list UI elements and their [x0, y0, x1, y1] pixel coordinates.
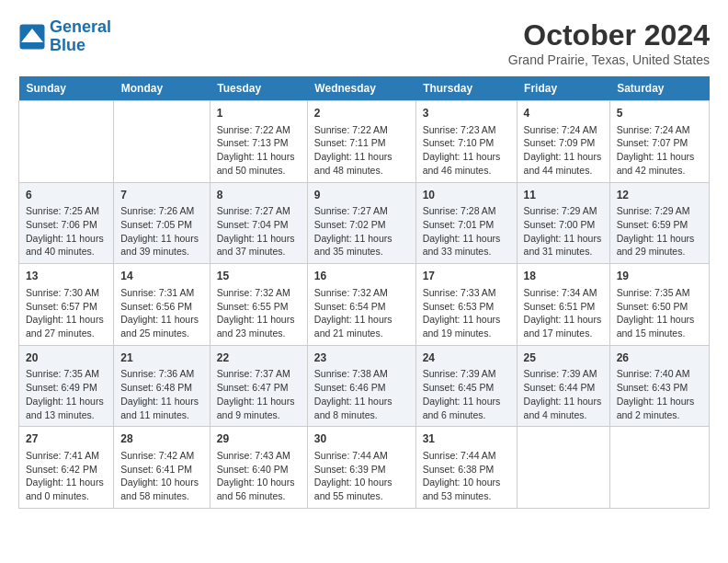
day-info: Sunrise: 7:41 AM Sunset: 6:42 PM Dayligh…: [26, 449, 107, 503]
calendar-table: Sunday Monday Tuesday Wednesday Thursday…: [18, 76, 710, 509]
day-info: Sunrise: 7:34 AM Sunset: 6:51 PM Dayligh…: [524, 286, 603, 340]
day-info: Sunrise: 7:35 AM Sunset: 6:50 PM Dayligh…: [617, 286, 702, 340]
day-number: 19: [617, 269, 702, 284]
day-cell: 4Sunrise: 7:24 AM Sunset: 7:09 PM Daylig…: [517, 101, 609, 183]
day-cell: 6Sunrise: 7:25 AM Sunset: 7:06 PM Daylig…: [19, 182, 114, 264]
day-number: 16: [314, 269, 409, 284]
day-info: Sunrise: 7:36 AM Sunset: 6:48 PM Dayligh…: [120, 367, 203, 421]
day-cell: 30Sunrise: 7:44 AM Sunset: 6:39 PM Dayli…: [307, 427, 415, 509]
day-info: Sunrise: 7:26 AM Sunset: 7:05 PM Dayligh…: [120, 204, 203, 259]
col-friday: Friday: [517, 76, 609, 101]
day-cell: 7Sunrise: 7:26 AM Sunset: 7:05 PM Daylig…: [114, 182, 210, 264]
day-cell: 29Sunrise: 7:43 AM Sunset: 6:40 PM Dayli…: [210, 427, 307, 509]
day-cell: 14Sunrise: 7:31 AM Sunset: 6:56 PM Dayli…: [114, 264, 210, 346]
col-thursday: Thursday: [415, 76, 517, 101]
subtitle: Grand Prairie, Texas, United States: [508, 52, 710, 67]
day-number: 11: [524, 188, 603, 203]
day-number: 8: [217, 188, 301, 203]
day-info: Sunrise: 7:27 AM Sunset: 7:04 PM Dayligh…: [217, 204, 301, 259]
day-number: 12: [617, 188, 702, 203]
day-number: 7: [120, 188, 203, 203]
day-number: 30: [314, 431, 409, 447]
day-info: Sunrise: 7:25 AM Sunset: 7:06 PM Dayligh…: [26, 204, 107, 259]
day-info: Sunrise: 7:37 AM Sunset: 6:47 PM Dayligh…: [217, 367, 301, 421]
col-wednesday: Wednesday: [307, 76, 415, 101]
day-info: Sunrise: 7:22 AM Sunset: 7:13 PM Dayligh…: [217, 123, 301, 178]
day-cell: 17Sunrise: 7:33 AM Sunset: 6:53 PM Dayli…: [415, 264, 517, 346]
day-cell: 1Sunrise: 7:22 AM Sunset: 7:13 PM Daylig…: [210, 101, 307, 183]
day-info: Sunrise: 7:24 AM Sunset: 7:07 PM Dayligh…: [617, 123, 702, 178]
day-cell: 21Sunrise: 7:36 AM Sunset: 6:48 PM Dayli…: [114, 345, 210, 427]
week-row-1: 1Sunrise: 7:22 AM Sunset: 7:13 PM Daylig…: [19, 101, 710, 183]
day-number: 20: [26, 350, 107, 366]
day-cell: 16Sunrise: 7:32 AM Sunset: 6:54 PM Dayli…: [307, 264, 415, 346]
col-saturday: Saturday: [609, 76, 709, 101]
day-number: 21: [120, 350, 203, 366]
day-number: 29: [217, 431, 301, 447]
day-number: 25: [524, 350, 603, 366]
day-number: 22: [217, 350, 301, 366]
day-info: Sunrise: 7:39 AM Sunset: 6:45 PM Dayligh…: [423, 367, 510, 421]
day-cell: 31Sunrise: 7:44 AM Sunset: 6:38 PM Dayli…: [415, 427, 517, 509]
logo-icon: [18, 23, 46, 51]
day-info: Sunrise: 7:35 AM Sunset: 6:49 PM Dayligh…: [26, 367, 107, 421]
week-row-2: 6Sunrise: 7:25 AM Sunset: 7:06 PM Daylig…: [19, 182, 710, 264]
day-info: Sunrise: 7:22 AM Sunset: 7:11 PM Dayligh…: [314, 123, 409, 178]
header-row: Sunday Monday Tuesday Wednesday Thursday…: [19, 76, 710, 101]
day-cell: 11Sunrise: 7:29 AM Sunset: 7:00 PM Dayli…: [517, 182, 609, 264]
day-cell: 5Sunrise: 7:24 AM Sunset: 7:07 PM Daylig…: [609, 101, 709, 183]
day-info: Sunrise: 7:29 AM Sunset: 6:59 PM Dayligh…: [617, 204, 702, 259]
day-number: 17: [423, 269, 510, 284]
day-number: 9: [314, 188, 409, 203]
day-cell: 27Sunrise: 7:41 AM Sunset: 6:42 PM Dayli…: [19, 427, 114, 509]
main-title: October 2024: [508, 18, 710, 52]
day-cell: [19, 101, 114, 183]
calendar-header: Sunday Monday Tuesday Wednesday Thursday…: [19, 76, 710, 101]
week-row-3: 13Sunrise: 7:30 AM Sunset: 6:57 PM Dayli…: [19, 264, 710, 346]
day-number: 2: [314, 106, 409, 121]
day-info: Sunrise: 7:32 AM Sunset: 6:54 PM Dayligh…: [314, 286, 409, 340]
title-block: October 2024 Grand Prairie, Texas, Unite…: [508, 18, 710, 67]
day-cell: 12Sunrise: 7:29 AM Sunset: 6:59 PM Dayli…: [609, 182, 709, 264]
day-number: 23: [314, 350, 409, 366]
day-cell: [517, 427, 609, 509]
day-info: Sunrise: 7:42 AM Sunset: 6:41 PM Dayligh…: [120, 449, 203, 503]
day-cell: 8Sunrise: 7:27 AM Sunset: 7:04 PM Daylig…: [210, 182, 307, 264]
day-cell: [609, 427, 709, 509]
day-number: 18: [524, 269, 603, 284]
day-number: 13: [26, 269, 107, 284]
day-info: Sunrise: 7:43 AM Sunset: 6:40 PM Dayligh…: [217, 449, 301, 503]
day-cell: [114, 101, 210, 183]
day-info: Sunrise: 7:38 AM Sunset: 6:46 PM Dayligh…: [314, 367, 409, 421]
day-cell: 24Sunrise: 7:39 AM Sunset: 6:45 PM Dayli…: [415, 345, 517, 427]
day-number: 28: [120, 431, 203, 447]
day-info: Sunrise: 7:40 AM Sunset: 6:43 PM Dayligh…: [617, 367, 702, 421]
day-number: 1: [217, 106, 301, 121]
page-header: General Blue October 2024 Grand Prairie,…: [18, 18, 710, 67]
day-cell: 19Sunrise: 7:35 AM Sunset: 6:50 PM Dayli…: [609, 264, 709, 346]
day-cell: 20Sunrise: 7:35 AM Sunset: 6:49 PM Dayli…: [19, 345, 114, 427]
day-number: 4: [524, 106, 603, 121]
day-info: Sunrise: 7:24 AM Sunset: 7:09 PM Dayligh…: [524, 123, 603, 178]
day-cell: 9Sunrise: 7:27 AM Sunset: 7:02 PM Daylig…: [307, 182, 415, 264]
col-monday: Monday: [114, 76, 210, 101]
col-tuesday: Tuesday: [210, 76, 307, 101]
day-number: 5: [617, 106, 702, 121]
day-cell: 13Sunrise: 7:30 AM Sunset: 6:57 PM Dayli…: [19, 264, 114, 346]
day-info: Sunrise: 7:27 AM Sunset: 7:02 PM Dayligh…: [314, 204, 409, 259]
day-info: Sunrise: 7:39 AM Sunset: 6:44 PM Dayligh…: [524, 367, 603, 421]
day-info: Sunrise: 7:44 AM Sunset: 6:38 PM Dayligh…: [423, 449, 510, 503]
calendar-body: 1Sunrise: 7:22 AM Sunset: 7:13 PM Daylig…: [19, 101, 710, 509]
day-cell: 2Sunrise: 7:22 AM Sunset: 7:11 PM Daylig…: [307, 101, 415, 183]
day-cell: 26Sunrise: 7:40 AM Sunset: 6:43 PM Dayli…: [609, 345, 709, 427]
week-row-4: 20Sunrise: 7:35 AM Sunset: 6:49 PM Dayli…: [19, 345, 710, 427]
day-info: Sunrise: 7:44 AM Sunset: 6:39 PM Dayligh…: [314, 449, 409, 503]
day-cell: 22Sunrise: 7:37 AM Sunset: 6:47 PM Dayli…: [210, 345, 307, 427]
logo-text: General Blue: [50, 18, 111, 55]
week-row-5: 27Sunrise: 7:41 AM Sunset: 6:42 PM Dayli…: [19, 427, 710, 509]
day-info: Sunrise: 7:28 AM Sunset: 7:01 PM Dayligh…: [423, 204, 510, 259]
day-info: Sunrise: 7:32 AM Sunset: 6:55 PM Dayligh…: [217, 286, 301, 340]
day-number: 31: [423, 431, 510, 447]
day-cell: 10Sunrise: 7:28 AM Sunset: 7:01 PM Dayli…: [415, 182, 517, 264]
day-cell: 3Sunrise: 7:23 AM Sunset: 7:10 PM Daylig…: [415, 101, 517, 183]
